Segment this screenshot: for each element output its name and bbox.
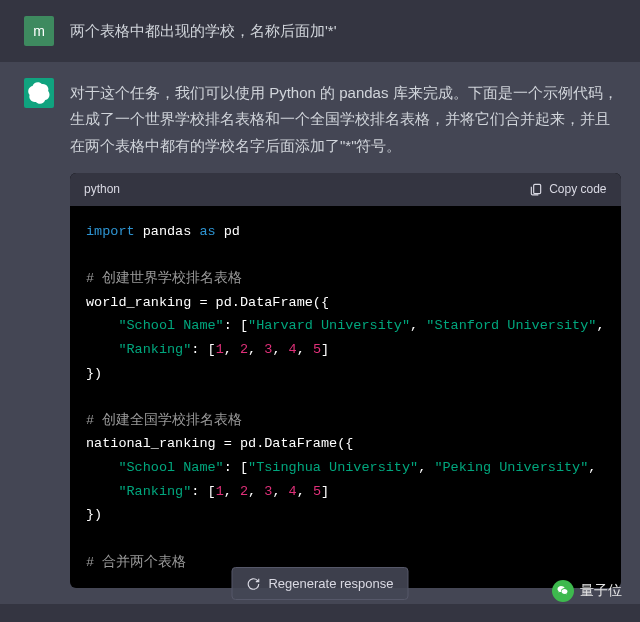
clipboard-icon [529,182,543,196]
refresh-icon [246,577,260,591]
openai-logo-icon [28,82,50,104]
copy-code-button[interactable]: Copy code [529,179,606,200]
code-content[interactable]: import pandas as pd # 创建世界学校排名表格 world_r… [70,206,621,588]
user-avatar: m [24,16,54,46]
assistant-message-row: 对于这个任务，我们可以使用 Python 的 pandas 库来完成。下面是一个… [0,62,640,604]
regenerate-button[interactable]: Regenerate response [231,567,408,600]
wechat-icon [552,580,574,602]
regenerate-label: Regenerate response [268,576,393,591]
user-message-row: m 两个表格中都出现的学校，名称后面加'*' [0,0,640,62]
svg-rect-0 [534,185,541,194]
watermark-text: 量子位 [580,582,622,600]
user-avatar-letter: m [33,23,45,39]
assistant-content: 对于这个任务，我们可以使用 Python 的 pandas 库来完成。下面是一个… [70,78,621,588]
assistant-message-text: 对于这个任务，我们可以使用 Python 的 pandas 库来完成。下面是一个… [70,80,621,159]
copy-code-label: Copy code [549,179,606,200]
watermark: 量子位 [552,580,622,602]
code-block: python Copy code import pandas as pd # 创… [70,173,621,588]
code-toolbar: python Copy code [70,173,621,206]
code-language-label: python [84,179,120,200]
assistant-avatar [24,78,54,108]
user-message-text: 两个表格中都出现的学校，名称后面加'*' [70,16,616,46]
